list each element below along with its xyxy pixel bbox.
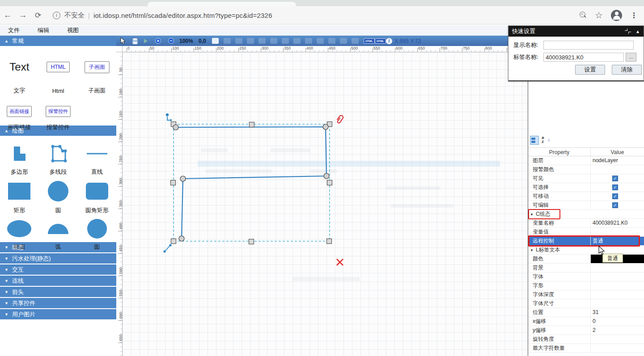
dock-panel-icon[interactable] (625, 29, 631, 34)
property-value[interactable] (591, 335, 644, 343)
property-value[interactable] (591, 264, 644, 272)
profile-avatar[interactable] (611, 10, 622, 21)
zoom-in-tool[interactable]: + (155, 36, 161, 46)
property-row-报警颜色[interactable]: 报警颜色 (528, 165, 644, 174)
shape-ellipse[interactable] (0, 217, 39, 240)
property-row-y偏移[interactable]: y偏移2 (528, 326, 644, 335)
vertex-handles[interactable] (173, 124, 329, 241)
edit-vertices-icon[interactable] (166, 113, 172, 121)
sidebar-section-共享控件[interactable]: ▼共享控件 (0, 298, 116, 308)
select-cursor-tool[interactable] (120, 36, 127, 46)
tool-html[interactable]: HTML (39, 52, 78, 82)
shape-polygon[interactable] (0, 142, 39, 165)
property-row-字体[interactable]: 字体 (528, 272, 644, 281)
property-value[interactable] (591, 344, 644, 352)
sidebar-section-连线[interactable]: ▼连线 (0, 276, 116, 286)
property-value[interactable]: 2 (591, 326, 644, 335)
property-value[interactable] (591, 290, 644, 299)
line-tool-adornment-icon[interactable] (163, 244, 171, 252)
property-value[interactable] (591, 281, 644, 290)
property-value[interactable]: ✓ (591, 183, 644, 192)
property-value[interactable] (591, 272, 644, 281)
categorized-view-button[interactable] (530, 136, 539, 145)
browser-menu-icon[interactable]: ⋮ (630, 11, 638, 20)
alignment-tool-icon[interactable] (340, 38, 347, 44)
checkbox-checked-icon[interactable]: ✓ (612, 193, 618, 199)
property-row-可编辑[interactable]: 可编辑✓ (528, 201, 644, 210)
reload-button[interactable]: ⟳ (30, 11, 46, 20)
alignment-tool-icon[interactable] (282, 38, 289, 44)
property-value[interactable]: 普通 (591, 237, 644, 245)
property-row-x偏移[interactable]: x偏移0 (528, 317, 644, 326)
property-value[interactable]: 0 (591, 317, 644, 326)
property-row-可见[interactable]: 可见✓ (528, 174, 644, 183)
address-bar[interactable]: i 不安全 | iot.idosp.net/html/scada/editor.… (53, 11, 580, 20)
delete-x-icon[interactable] (337, 259, 343, 265)
checkbox-checked-icon[interactable]: ✓ (612, 184, 618, 190)
property-value[interactable]: 31 (591, 308, 644, 317)
browser-active-tab[interactable] (148, 2, 296, 6)
clear-button[interactable]: 清除 (612, 65, 642, 75)
sidebar-section-箭头[interactable]: ▼箭头 (0, 287, 116, 297)
tool-subscreen[interactable]: 子画面 (77, 52, 116, 82)
property-row-C组态[interactable]: ▼C组态 (528, 210, 644, 219)
alignment-tool-icon[interactable] (258, 38, 266, 44)
property-row-旋转角度[interactable]: 旋转角度 (528, 335, 644, 344)
tag-browse-button[interactable]: ... (626, 53, 636, 62)
property-row-背景[interactable]: 背景 (528, 264, 644, 272)
alignment-tool-icon[interactable] (235, 38, 242, 44)
alignment-tool-icon[interactable] (317, 38, 324, 44)
info-tool[interactable]: i (386, 36, 392, 46)
sort-az-button[interactable]: AZ↓ (541, 136, 551, 145)
group-collapse-icon[interactable]: ▼ (530, 248, 534, 252)
alignment-tool-icon[interactable] (305, 38, 312, 44)
property-value[interactable] (591, 228, 644, 236)
property-value[interactable]: nodeLayer (591, 156, 644, 165)
property-row-变量名称[interactable]: 变量名称400038921.K0 (528, 219, 644, 228)
tag-name-input[interactable] (543, 53, 624, 62)
resize-handles[interactable] (171, 122, 332, 244)
shape-line[interactable] (77, 142, 116, 165)
alignment-tool-icon[interactable] (224, 38, 231, 44)
menu-view[interactable]: 视图 (67, 26, 79, 34)
property-row-字形[interactable]: 字形 (528, 281, 644, 290)
page-settings-tool[interactable] (212, 36, 219, 46)
page-info-icon[interactable]: i (53, 12, 60, 19)
back-button[interactable]: ← (0, 10, 15, 20)
shape-rect[interactable] (0, 179, 39, 204)
menu-file[interactable]: 文件 (8, 26, 20, 34)
alignment-tool-icon[interactable] (293, 38, 301, 44)
property-row-可选择[interactable]: 可选择✓ (528, 183, 644, 192)
sidebar-section-用户图片[interactable]: ▼用户图片 (0, 309, 116, 319)
property-row-远程控制[interactable]: 远程控制普通 (528, 237, 644, 246)
collapse-panel-icon[interactable]: ▲ (636, 29, 640, 34)
property-row-最大字符数量[interactable]: 最大字符数量 (528, 344, 644, 353)
property-value[interactable] (591, 299, 644, 308)
shape-circle-2[interactable] (77, 217, 116, 240)
bookmark-star-icon[interactable]: ☆ (595, 10, 603, 21)
property-row-位置[interactable]: 位置31 (528, 308, 644, 317)
polyline-shape[interactable] (176, 127, 326, 239)
sidebar-section-交互[interactable]: ▼交互 (0, 264, 116, 275)
alignment-tool-icon[interactable] (328, 38, 335, 44)
group-collapse-icon[interactable]: ▼ (530, 213, 534, 217)
property-row-L标签文本[interactable]: ▼L标签文本 (528, 246, 644, 255)
alignment-tool-icon[interactable] (247, 38, 254, 44)
property-row-字体深度[interactable]: 字体深度 (528, 290, 644, 299)
tool-screen-link[interactable]: 画面链接 (0, 100, 39, 123)
shape-rounded-rect[interactable] (77, 179, 116, 204)
shape-circle[interactable] (39, 179, 78, 204)
tool-alarm-control[interactable]: 报警控件 (39, 100, 78, 123)
property-value[interactable]: 400038921.K0 (591, 219, 644, 227)
forward-button[interactable]: → (15, 10, 30, 20)
zoom-out-tool[interactable]: − (168, 36, 174, 46)
property-value[interactable]: ✓ (591, 192, 644, 201)
alignment-tool-icon[interactable] (352, 38, 359, 44)
shape-arc[interactable] (39, 217, 78, 240)
property-row-字体尺寸[interactable]: 字体尺寸 (528, 299, 644, 308)
display-name-input[interactable] (543, 41, 634, 50)
property-row-可移动[interactable]: 可移动✓ (528, 192, 644, 201)
property-value[interactable]: ✓ (591, 201, 644, 209)
property-value[interactable]: ✓ (591, 174, 644, 183)
alignment-tool-icon[interactable] (270, 38, 277, 44)
